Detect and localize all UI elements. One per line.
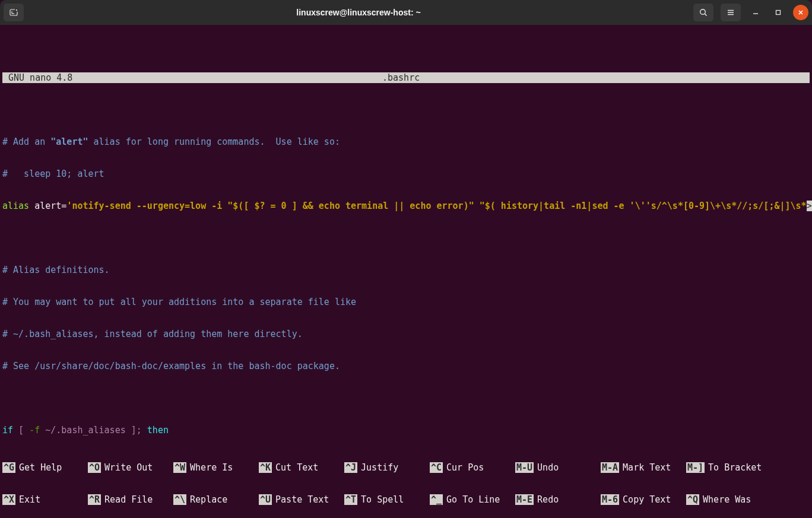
shortcut-key: ^G <box>2 462 15 473</box>
shortcut-key: ^R <box>88 494 101 505</box>
shortcut-row: ^GGet Help^OWrite Out^WWhere Is^KCut Tex… <box>2 462 810 473</box>
shortcut-label: Exit <box>19 494 40 505</box>
code-line: # Alias definitions. <box>2 265 810 275</box>
shortcut-key: ^U <box>259 494 272 505</box>
svg-point-2 <box>700 9 706 15</box>
shortcut-label: Read File <box>104 494 153 505</box>
shortcut-item[interactable]: ^RRead File <box>88 494 173 505</box>
shortcut-label: Mark Text <box>623 462 671 473</box>
nano-statusbar: GNU nano 4.8 .bashrc <box>2 72 810 83</box>
shortcut-key: ^_ <box>430 494 443 505</box>
terminal-tab-icon <box>9 8 18 17</box>
shortcut-item[interactable]: M-AMark Text <box>601 462 686 473</box>
shortcut-key: ^\ <box>173 494 186 505</box>
svg-rect-3 <box>776 11 781 15</box>
shortcut-label: To Bracket <box>708 462 762 473</box>
shortcut-label: Write Out <box>104 462 153 473</box>
code-line: alias alert='notify-send --urgency=low -… <box>2 201 810 211</box>
shortcut-item[interactable]: M-ERedo <box>515 494 601 505</box>
hamburger-icon <box>726 8 735 17</box>
shortcut-item[interactable]: ^QWhere Was <box>686 494 772 505</box>
shortcut-label: Go To Line <box>446 494 500 505</box>
shortcut-item[interactable]: M-6Copy Text <box>601 494 686 505</box>
shortcut-label: Where Was <box>703 494 751 505</box>
minimize-icon <box>752 9 759 16</box>
maximize-icon <box>775 9 782 16</box>
shortcut-item[interactable]: ^WWhere Is <box>173 462 259 473</box>
shortcut-label: Justify <box>361 462 398 473</box>
shortcut-key: ^K <box>259 462 272 473</box>
nano-shortcut-bar: ^GGet Help^OWrite Out^WWhere Is^KCut Tex… <box>0 441 812 518</box>
shortcut-label: Replace <box>190 494 227 505</box>
shortcut-item[interactable]: ^CCur Pos <box>430 462 515 473</box>
shortcut-item[interactable]: M-]To Bracket <box>686 462 772 473</box>
shortcut-label: Copy Text <box>623 494 671 505</box>
menu-button[interactable] <box>721 4 741 21</box>
shortcut-label: Redo <box>537 494 559 505</box>
shortcut-key: M-E <box>515 494 534 505</box>
shortcut-item[interactable]: ^_Go To Line <box>430 494 515 505</box>
nano-app-name: GNU nano 4.8 <box>2 72 382 83</box>
shortcut-item[interactable]: ^JJustify <box>344 462 430 473</box>
search-button[interactable] <box>693 4 713 21</box>
shortcut-item[interactable]: ^KCut Text <box>259 462 344 473</box>
shortcut-key: ^Q <box>686 494 699 505</box>
shortcut-key: ^W <box>173 462 186 473</box>
shortcut-label: Where Is <box>190 462 233 473</box>
shortcut-item[interactable]: ^OWrite Out <box>88 462 173 473</box>
code-line: # You may want to put all your additions… <box>2 297 810 307</box>
shortcut-key: M-6 <box>601 494 619 505</box>
shortcut-key: M-U <box>515 462 534 473</box>
code-line: if [ -f ~/.bash_aliases ]; then <box>2 425 810 436</box>
shortcut-item[interactable]: M-UUndo <box>515 462 601 473</box>
shortcut-label: To Spell <box>361 494 404 505</box>
shortcut-item[interactable]: ^UPaste Text <box>259 494 344 505</box>
shortcut-key: ^O <box>88 462 101 473</box>
new-tab-button[interactable] <box>4 4 24 21</box>
shortcut-item[interactable]: ^TTo Spell <box>344 494 430 505</box>
window-title: linuxscrew@linuxscrew-host: ~ <box>24 8 693 17</box>
code-line: # ~/.bash_aliases, instead of adding the… <box>2 329 810 339</box>
shortcut-label: Cut Text <box>275 462 318 473</box>
shortcut-key: ^J <box>344 462 357 473</box>
code-line: # Add an "alert" alias for long running … <box>2 136 810 147</box>
search-icon <box>699 8 708 17</box>
code-line: # sleep 10; alert <box>2 169 810 179</box>
maximize-button[interactable] <box>770 5 786 20</box>
shortcut-row: ^XExit^RRead File^\Replace^UPaste Text^T… <box>2 494 810 505</box>
code-line <box>2 393 810 403</box>
shortcut-label: Paste Text <box>275 494 329 505</box>
shortcut-key: ^C <box>430 462 443 473</box>
minimize-button[interactable] <box>748 5 763 20</box>
nano-filename: .bashrc <box>382 72 810 83</box>
window-titlebar: linuxscrew@linuxscrew-host: ~ <box>0 0 812 25</box>
shortcut-label: Cur Pos <box>446 462 484 473</box>
shortcut-label: Undo <box>537 462 559 473</box>
code-line <box>2 233 810 243</box>
close-icon <box>797 9 804 16</box>
shortcut-label: Get Help <box>19 462 62 473</box>
shortcut-key: ^T <box>344 494 357 505</box>
shortcut-key: M-] <box>686 462 705 473</box>
shortcut-item[interactable]: ^XExit <box>2 494 88 505</box>
code-line: # See /usr/share/doc/bash-doc/examples i… <box>2 361 810 371</box>
shortcut-item[interactable]: ^GGet Help <box>2 462 88 473</box>
shortcut-item[interactable]: ^\Replace <box>173 494 259 505</box>
shortcut-key: ^X <box>2 494 15 505</box>
terminal-viewport[interactable]: GNU nano 4.8 .bashrc # Add an "alert" al… <box>0 25 812 441</box>
close-button[interactable] <box>793 5 808 20</box>
shortcut-key: M-A <box>601 462 619 473</box>
